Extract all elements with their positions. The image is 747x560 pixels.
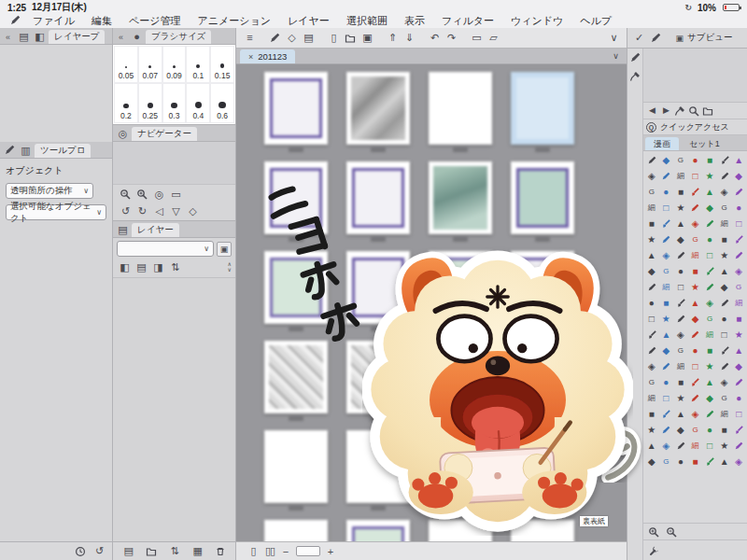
quick-access-tool-icon[interactable]: G — [731, 280, 746, 295]
quick-access-tool-icon[interactable]: ◈ — [659, 248, 674, 263]
quick-access-tool-icon[interactable]: ● — [688, 153, 703, 168]
quick-access-tool-icon[interactable]: ● — [688, 343, 703, 358]
page-thumbnail-cell[interactable] — [511, 72, 574, 152]
qa-zoom-in-icon[interactable] — [646, 525, 661, 539]
quick-access-tool-icon[interactable]: ◈ — [731, 455, 746, 469]
nav-zoom-in-icon[interactable] — [134, 187, 149, 202]
quick-access-tool-icon[interactable] — [731, 232, 746, 247]
quick-access-tool-icon[interactable]: G — [644, 375, 659, 390]
menu-item[interactable]: ウィンドウ — [502, 14, 571, 28]
page-thumbnail[interactable] — [346, 72, 410, 145]
quick-access-tool-icon[interactable]: ■ — [644, 407, 659, 422]
screen-layout-icon[interactable]: ▤ — [301, 31, 316, 46]
quick-access-tool-icon[interactable]: ★ — [688, 280, 703, 295]
layer-clip-icon[interactable]: ◧ — [117, 259, 132, 274]
tab-manga-set[interactable]: 漫画 — [645, 137, 679, 150]
pen-settings-icon[interactable] — [267, 31, 282, 46]
brush-size-cell[interactable]: 0.15 — [210, 46, 234, 83]
redo-icon[interactable]: ↷ — [444, 31, 458, 46]
nav-zoom-out-icon[interactable] — [118, 187, 133, 202]
quick-access-tool-icon[interactable]: 細 — [673, 169, 688, 184]
navigator-icon-tab-icon[interactable]: ◎ — [115, 126, 130, 141]
zoom-out-button[interactable]: − — [279, 546, 292, 557]
quick-access-tool-icon[interactable] — [717, 343, 732, 358]
new-layer-folder-icon[interactable] — [144, 544, 159, 559]
quick-access-tool-icon[interactable]: ★ — [717, 439, 732, 454]
quick-access-tool-icon[interactable]: ◈ — [717, 375, 732, 390]
quick-access-tool-icon[interactable]: ▲ — [688, 296, 703, 311]
nav-rotate-left-icon[interactable]: ↺ — [118, 203, 133, 218]
quick-access-tool-icon[interactable]: G — [659, 455, 674, 469]
quick-access-tool-icon[interactable]: ■ — [673, 185, 688, 200]
layer-mask-icon[interactable]: ◨ — [150, 259, 165, 274]
quick-access-tool-icon[interactable]: ◆ — [688, 312, 703, 327]
quick-access-tool-icon[interactable]: ◈ — [659, 439, 674, 454]
quick-access-tool-icon[interactable]: ■ — [717, 232, 732, 247]
quick-access-tool-icon[interactable] — [673, 439, 688, 454]
quick-access-tool-icon[interactable] — [659, 359, 674, 374]
quick-access-tool-icon[interactable]: ★ — [702, 359, 717, 374]
menu-item[interactable]: フィルター — [433, 14, 502, 28]
quick-access-tool-icon[interactable]: ▲ — [731, 343, 746, 358]
page-thumbnail[interactable] — [264, 430, 328, 503]
quick-access-tool-icon[interactable]: □ — [673, 280, 688, 295]
menu-item[interactable]: 表示 — [396, 14, 433, 28]
reset-tool-icon[interactable]: ↺ — [92, 544, 106, 559]
quick-access-tool-icon[interactable]: ● — [673, 455, 688, 469]
subview-next-icon[interactable]: ▶ — [659, 104, 672, 118]
page-thumbnail-cell[interactable] — [264, 520, 328, 541]
nav-reset-icon[interactable]: ◇ — [185, 203, 200, 218]
brush-size-cell[interactable]: 0.3 — [162, 83, 187, 123]
collapse-icon[interactable]: « — [2, 30, 14, 44]
deselect-icon[interactable]: ▱ — [486, 31, 500, 46]
quick-access-tool-icon[interactable]: ★ — [717, 248, 732, 263]
quick-access-tool-icon[interactable]: ◆ — [673, 423, 688, 438]
quick-access-tool-icon[interactable]: ◈ — [731, 264, 746, 279]
tab-layer[interactable]: レイヤー — [132, 223, 179, 237]
quick-access-tool-icon[interactable] — [731, 248, 746, 263]
quick-access-tool-icon[interactable]: G — [659, 264, 674, 279]
tab-set-1[interactable]: セット1 — [681, 137, 728, 150]
layer-composite-icon-tab-icon[interactable]: ◧ — [32, 29, 47, 44]
quick-access-tool-icon[interactable]: ▲ — [673, 217, 688, 231]
quick-access-tool-icon[interactable]: ▲ — [702, 375, 717, 390]
blend-mode-dropdown[interactable]: ∨ — [117, 241, 214, 257]
new-canvas-icon[interactable]: ▯ — [326, 31, 341, 46]
strip-eyedropper-tool-icon[interactable] — [628, 70, 641, 83]
nav-rotate-right-icon[interactable]: ↻ — [134, 203, 149, 218]
quick-access-tool-icon[interactable]: ◆ — [659, 153, 674, 168]
quick-access-tool-icon[interactable]: G — [644, 185, 659, 200]
quick-access-tool-icon[interactable]: ◆ — [702, 201, 717, 216]
quick-access-tool-icon[interactable]: G — [688, 423, 703, 438]
quick-access-tool-icon[interactable]: ★ — [702, 169, 717, 184]
new-layer-icon[interactable]: ▤ — [120, 544, 135, 559]
quick-access-tool-icon[interactable] — [644, 328, 659, 343]
page-thumbnail[interactable] — [511, 72, 574, 145]
quick-access-tool-icon[interactable]: □ — [702, 439, 717, 454]
select-area-icon[interactable]: ▭ — [469, 31, 484, 46]
menu-item[interactable]: ページ管理 — [120, 14, 190, 28]
page-thumbnail-cell[interactable] — [429, 161, 492, 242]
page-thumbnail-cell[interactable] — [264, 430, 328, 511]
quick-access-tool-icon[interactable]: ★ — [659, 312, 674, 327]
quick-access-tool-icon[interactable]: ■ — [673, 375, 688, 390]
nav-fit-screen-icon[interactable]: ◎ — [151, 187, 166, 202]
quick-access-tool-icon[interactable]: ■ — [731, 312, 746, 327]
quick-access-tool-icon[interactable]: ◆ — [644, 264, 659, 279]
quick-access-tool-icon[interactable] — [688, 391, 703, 406]
quick-access-tool-icon[interactable]: ◆ — [673, 232, 688, 247]
quick-access-tool-icon[interactable]: ▲ — [702, 185, 717, 200]
brush-size-cell[interactable]: 0.09 — [162, 46, 187, 83]
quick-access-tool-icon[interactable]: ◈ — [717, 185, 732, 200]
quick-access-tool-icon[interactable]: ◈ — [688, 217, 703, 231]
export-icon[interactable]: ⇓ — [402, 31, 416, 46]
collapse-icon[interactable]: « — [115, 30, 127, 44]
nav-flip-horizontal-icon[interactable]: ◁ — [151, 203, 166, 218]
subview-open-icon[interactable] — [701, 104, 714, 118]
import-icon[interactable]: ⇑ — [385, 31, 400, 46]
selectable-object-dropdown[interactable]: 選択可能なオブジェクト ∨ — [6, 204, 106, 220]
menu-item[interactable]: 編集 — [83, 14, 120, 28]
quick-access-tool-icon[interactable] — [717, 296, 732, 311]
quick-access-tool-icon[interactable]: ◈ — [644, 169, 659, 184]
quick-access-tool-icon[interactable]: □ — [688, 169, 703, 184]
